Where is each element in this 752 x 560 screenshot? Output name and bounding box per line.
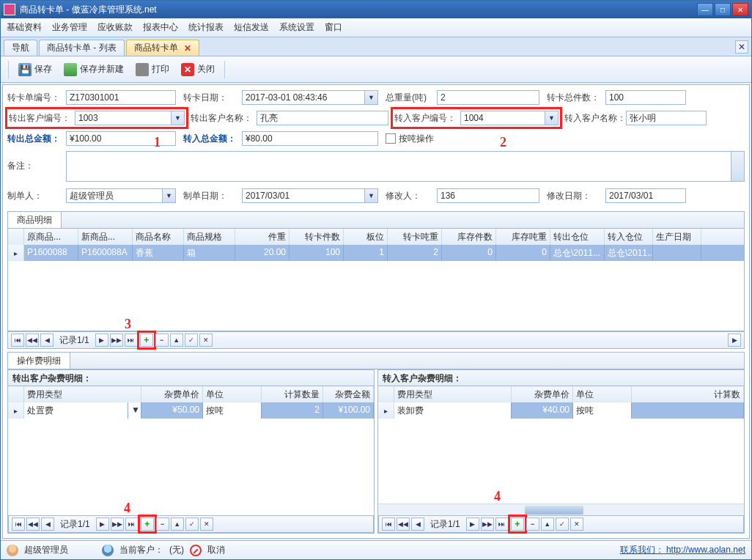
col-header[interactable]: 费用类型 (394, 386, 512, 402)
chevron-down-icon[interactable]: ▼ (162, 189, 175, 202)
field-in-cust-no[interactable]: 1004▼ (460, 111, 559, 125)
tab-list[interactable]: 商品转卡单 - 列表 (39, 40, 125, 56)
menu-item[interactable]: 系统设置 (279, 21, 314, 34)
nav-prevpage[interactable]: ◀◀ (397, 517, 410, 531)
print-button[interactable]: 打印 (130, 59, 174, 80)
menu-item[interactable]: 业务管理 (52, 21, 87, 34)
chevron-down-icon[interactable]: ▼ (364, 91, 377, 104)
nav-prevpage[interactable]: ◀◀ (26, 517, 40, 531)
nav-prev[interactable]: ◀ (41, 517, 54, 531)
field-maker[interactable]: 超级管理员▼ (66, 188, 176, 203)
scrollbar[interactable] (731, 152, 744, 181)
col-header[interactable]: 商品规格 (184, 229, 235, 245)
chevron-down-icon[interactable]: ▼ (545, 111, 558, 125)
field-out-cust-no[interactable]: 1003▼ (75, 111, 185, 125)
nav-remove[interactable]: − (156, 517, 169, 531)
field-bill-no[interactable]: Z170301001 (66, 90, 176, 105)
nav-next[interactable]: ▶ (96, 517, 109, 531)
field-remark[interactable] (66, 151, 745, 182)
close-button[interactable]: ✕关闭 (176, 59, 220, 80)
col-header[interactable]: 转卡吨重 (388, 229, 442, 245)
save-new-button[interactable]: 保存并新建 (59, 59, 129, 80)
col-header[interactable]: 杂费单价 (141, 386, 203, 402)
col-header[interactable]: 件重 (235, 229, 290, 245)
checkbox-per-ton[interactable] (386, 133, 396, 144)
cancel-icon[interactable] (190, 545, 202, 556)
status-cancel[interactable]: 取消 (207, 544, 225, 556)
nav-cancel[interactable]: ✕ (200, 517, 213, 531)
field-modify-date[interactable]: 2017/03/01 (605, 188, 686, 203)
col-header[interactable]: 原商品... (24, 229, 78, 245)
field-modifier[interactable]: 136 (437, 188, 539, 203)
table-row[interactable]: P1600088 P1600088A 香蕉 箱 20.00 100 1 2 0 … (8, 245, 744, 261)
field-make-date[interactable]: 2017/03/01▼ (242, 188, 378, 203)
nav-prev[interactable]: ◀ (411, 517, 424, 531)
chevron-down-icon[interactable]: ▼ (171, 111, 184, 125)
minimize-button[interactable]: — (697, 3, 713, 16)
nav-first[interactable]: ⏮ (11, 334, 24, 347)
nav-edit[interactable]: ▲ (170, 334, 183, 347)
field-out-cust-name[interactable]: 孔亮 (257, 111, 388, 125)
col-header[interactable]: 转出仓位 (550, 229, 605, 245)
opfee-section-tab[interactable]: 操作费明细 (8, 353, 70, 369)
nav-last[interactable]: ⏭ (125, 334, 138, 347)
nav-ok[interactable]: ✓ (185, 517, 199, 531)
col-header[interactable]: 库存件数 (442, 229, 496, 245)
col-header[interactable]: 杂费单价 (512, 386, 573, 402)
table-row[interactable]: 装卸费 ¥40.00 按吨 (378, 402, 744, 419)
col-header[interactable]: 杂费金额 (323, 386, 374, 402)
product-section-tab[interactable]: 商品明细 (8, 212, 62, 228)
tabstrip-close-button[interactable]: ✕ (735, 40, 748, 54)
nav-prevpage[interactable]: ◀◀ (26, 334, 39, 347)
col-header[interactable]: 转卡件数 (290, 229, 344, 245)
menu-item[interactable]: 窗口 (325, 21, 342, 34)
menu-item[interactable]: 基础资料 (7, 21, 42, 34)
nav-next[interactable]: ▶ (95, 334, 108, 347)
menu-item[interactable]: 统计报表 (188, 21, 224, 34)
nav-add[interactable]: + (511, 517, 524, 531)
col-header[interactable]: 费用类型 (24, 386, 141, 402)
nav-add[interactable]: + (140, 334, 153, 347)
col-header[interactable]: 生产日期 (653, 229, 701, 245)
field-total-count[interactable]: 100 (605, 90, 686, 105)
col-header[interactable]: 板位 (344, 229, 388, 245)
field-total-weight[interactable]: 2 (437, 90, 539, 105)
nav-prev[interactable]: ◀ (40, 334, 54, 347)
col-header[interactable]: 计算数量 (262, 386, 323, 402)
hscrollbar[interactable] (378, 504, 744, 515)
nav-first[interactable]: ⏮ (382, 517, 395, 531)
window-close-button[interactable]: ✕ (732, 3, 748, 16)
tab-form[interactable]: 商品转卡单✕ (126, 40, 199, 56)
col-header[interactable]: 计算数 (632, 386, 744, 402)
nav-edit[interactable]: ▲ (541, 517, 554, 531)
nav-nextpage[interactable]: ▶▶ (110, 334, 123, 347)
nav-remove[interactable]: − (155, 334, 169, 347)
tab-close-icon[interactable]: ✕ (184, 43, 191, 54)
nav-add[interactable]: + (141, 517, 154, 531)
menu-item[interactable]: 应收账款 (97, 21, 133, 34)
nav-ok[interactable]: ✓ (185, 334, 198, 347)
maximize-button[interactable]: □ (715, 3, 731, 16)
menu-item[interactable]: 短信发送 (234, 21, 269, 34)
save-button[interactable]: 💾保存 (13, 59, 57, 80)
nav-edit[interactable]: ▲ (171, 517, 184, 531)
nav-last[interactable]: ⏭ (495, 517, 509, 531)
field-in-amount[interactable]: ¥80.00 (242, 131, 378, 146)
nav-nextpage[interactable]: ▶▶ (481, 517, 494, 531)
nav-cancel[interactable]: ✕ (199, 334, 213, 347)
chevron-down-icon[interactable]: ▼ (364, 189, 377, 202)
nav-remove[interactable]: − (526, 517, 539, 531)
nav-scroll-right[interactable]: ▶ (728, 334, 741, 347)
table-row[interactable]: 处置费 ▼ ¥50.00 按吨 2 ¥100.00 (8, 402, 374, 419)
field-bill-date[interactable]: 2017-03-01 08:43:46▼ (242, 90, 378, 105)
nav-ok[interactable]: ✓ (556, 517, 569, 531)
menu-item[interactable]: 报表中心 (143, 21, 178, 34)
col-header[interactable]: 单位 (203, 386, 262, 402)
col-header[interactable]: 转入仓位 (605, 229, 653, 245)
nav-next[interactable]: ▶ (466, 517, 479, 531)
col-header[interactable]: 新商品... (78, 229, 133, 245)
nav-cancel[interactable]: ✕ (570, 517, 583, 531)
field-in-cust-name[interactable]: 张小明 (626, 111, 707, 125)
status-url[interactable]: http://www.aolan.net (666, 545, 745, 555)
nav-first[interactable]: ⏮ (12, 517, 25, 531)
